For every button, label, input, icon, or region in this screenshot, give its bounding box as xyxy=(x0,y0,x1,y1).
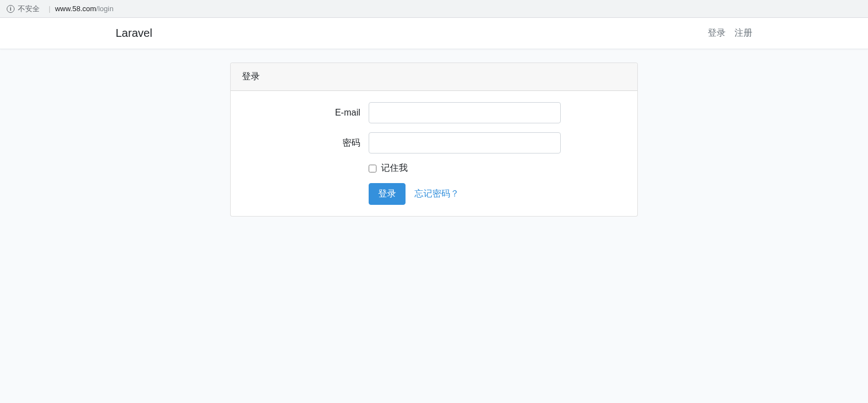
password-label: 密码 xyxy=(242,137,369,149)
info-icon: i xyxy=(7,5,15,13)
nav-register-link[interactable]: 注册 xyxy=(735,27,752,39)
remember-checkbox[interactable] xyxy=(369,165,376,172)
card-header: 登录 xyxy=(231,63,637,91)
login-card: 登录 E-mail 密码 记住我 xyxy=(230,63,638,217)
nav-login-link[interactable]: 登录 xyxy=(708,27,726,39)
email-label: E-mail xyxy=(242,108,369,118)
nav-links: 登录 注册 xyxy=(708,27,752,39)
url-path: /login xyxy=(96,4,113,13)
login-button[interactable]: 登录 xyxy=(369,183,406,205)
remember-label: 记住我 xyxy=(381,162,408,174)
brand-link[interactable]: Laravel xyxy=(116,27,152,40)
browser-address-bar: i 不安全 | www.58.com/login xyxy=(0,0,868,18)
security-label: 不安全 xyxy=(18,4,40,14)
forgot-password-link[interactable]: 忘记密码？ xyxy=(414,188,459,200)
address-divider: | xyxy=(49,4,50,13)
navbar: Laravel 登录 注册 xyxy=(0,18,868,49)
email-field[interactable] xyxy=(369,102,561,123)
url-domain: www.58.com xyxy=(55,4,96,13)
password-field[interactable] xyxy=(369,132,561,153)
url-text[interactable]: www.58.com/login xyxy=(55,4,113,13)
card-body: E-mail 密码 记住我 xyxy=(231,91,637,216)
